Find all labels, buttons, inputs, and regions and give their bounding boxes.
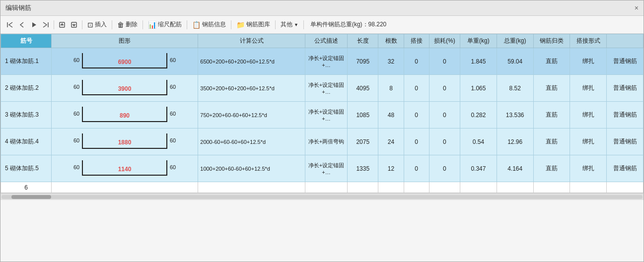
cell-rebar-id: 4 砌体加筋.4 xyxy=(1,129,52,155)
th-extra xyxy=(607,34,644,48)
cell-category: 直筋 xyxy=(533,102,570,129)
table-empty-row: 6 xyxy=(1,182,644,193)
cell-loss: 0 xyxy=(429,155,460,182)
table-row[interactable]: 2 砌体加筋.2603900603500+200+60+200+60+12.5*… xyxy=(1,75,644,102)
cell-splice: 绑扎 xyxy=(570,155,607,182)
info-icon: 📋 xyxy=(192,21,201,29)
empty-cell xyxy=(460,182,497,193)
empty-cell xyxy=(52,182,198,193)
close-button[interactable]: × xyxy=(635,4,639,12)
cell-category: 直筋 xyxy=(533,48,570,75)
cell-rebar-type: 普通钢筋 xyxy=(607,75,644,102)
cell-count: 24 xyxy=(378,129,404,155)
nav-prev-button[interactable] xyxy=(16,19,27,30)
cell-rebar-type: 普通钢筋 xyxy=(607,155,644,182)
nav-play-button[interactable] xyxy=(28,19,39,30)
move-up-button[interactable] xyxy=(57,19,68,30)
total-weight-label: 单构件钢筋总重(kg)：98.220 xyxy=(310,20,386,29)
table-header-row: 筋号 图形 计算公式 公式描述 长度 根数 搭接 损耗(%) 单重(kg) 总重… xyxy=(1,34,644,48)
cell-rebar-id: 1 砌体加筋.1 xyxy=(1,48,52,75)
library-button[interactable]: 📁 钢筋图库 xyxy=(234,19,273,30)
separator-5 xyxy=(187,20,187,29)
cell-shape: 60188060 xyxy=(52,129,198,155)
table-row[interactable]: 5 砌体加筋.5601140601000+200+60-60+60+12.5*d… xyxy=(1,155,644,182)
svg-text:60: 60 xyxy=(170,57,176,63)
cell-unit-weight: 0.282 xyxy=(460,102,497,129)
cell-rebar-id: 5 砌体加筋.5 xyxy=(1,155,52,182)
cell-formula: 2000-60+60-60+60+12.5*d xyxy=(198,129,305,155)
empty-cell xyxy=(607,182,644,193)
svg-text:60: 60 xyxy=(73,111,79,117)
cell-rebar-type: 普通钢筋 xyxy=(607,102,644,129)
main-window: 编辑钢筋 × xyxy=(0,0,644,262)
cell-total-weight: 59.04 xyxy=(497,48,533,75)
svg-marker-1 xyxy=(32,22,36,27)
table-row[interactable]: 1 砌体加筋.1606900606500+200+60+200+60+12.5*… xyxy=(1,48,644,75)
svg-text:60: 60 xyxy=(170,164,176,170)
cell-formula-desc: 净长+设定锚固+… xyxy=(305,75,347,102)
empty-cell xyxy=(570,182,607,193)
th-shape: 图形 xyxy=(52,34,198,48)
cell-unit-weight: 1.845 xyxy=(460,48,497,75)
cell-lap: 0 xyxy=(404,48,429,75)
scale-button[interactable]: 📊 缩尺配筋 xyxy=(145,19,184,30)
svg-text:60: 60 xyxy=(73,84,79,90)
empty-cell xyxy=(198,182,305,193)
insert-icon: ⊡ xyxy=(87,21,93,29)
cell-loss: 0 xyxy=(429,75,460,102)
separator-3 xyxy=(112,20,112,29)
th-splice-type: 搭接形式 xyxy=(570,34,607,48)
rebar-table-container: 筋号 图形 计算公式 公式描述 长度 根数 搭接 损耗(%) 单重(kg) 总重… xyxy=(0,34,644,193)
insert-button[interactable]: ⊡ 插入 xyxy=(85,19,109,30)
cell-formula: 1000+200+60-60+60+12.5*d xyxy=(198,155,305,182)
cell-shape: 6089060 xyxy=(52,102,198,129)
separator-6 xyxy=(231,20,231,29)
table-row[interactable]: 3 砌体加筋.36089060750+200+60-60+60+12.5*d净长… xyxy=(1,102,644,129)
scrollbar-thumb[interactable] xyxy=(11,195,51,199)
cell-loss: 0 xyxy=(429,129,460,155)
cell-splice: 绑扎 xyxy=(570,102,607,129)
th-total-weight: 总重(kg) xyxy=(497,34,533,48)
separator-1 xyxy=(54,20,54,29)
cell-count: 12 xyxy=(378,155,404,182)
cell-count: 8 xyxy=(378,75,404,102)
cell-formula: 6500+200+60+200+60+12.5*d xyxy=(198,48,305,75)
title-bar: 编辑钢筋 × xyxy=(0,0,644,16)
th-count: 根数 xyxy=(378,34,404,48)
cell-category: 直筋 xyxy=(533,75,570,102)
info-button[interactable]: 📋 钢筋信息 xyxy=(190,19,228,30)
cell-count: 32 xyxy=(378,48,404,75)
delete-button[interactable]: 🗑 删除 xyxy=(115,19,140,30)
cell-rebar-id: 3 砌体加筋.3 xyxy=(1,102,52,129)
th-length: 长度 xyxy=(348,34,378,48)
cell-shape: 60114060 xyxy=(52,155,198,182)
empty-cell xyxy=(497,182,533,193)
svg-text:6900: 6900 xyxy=(118,59,132,66)
cell-length: 4095 xyxy=(348,75,378,102)
empty-cell: 6 xyxy=(1,182,52,193)
svg-text:60: 60 xyxy=(73,164,79,170)
cell-loss: 0 xyxy=(429,48,460,75)
move-down-button[interactable] xyxy=(69,19,79,30)
cell-rebar-id: 2 砌体加筋.2 xyxy=(1,75,52,102)
library-icon: 📁 xyxy=(236,21,245,29)
cell-total-weight: 8.52 xyxy=(497,75,533,102)
th-category: 钢筋归类 xyxy=(533,34,570,48)
delete-icon: 🗑 xyxy=(117,21,124,29)
svg-text:1880: 1880 xyxy=(118,139,132,146)
cell-formula-desc: 净长+设定锚固+… xyxy=(305,155,347,182)
svg-text:60: 60 xyxy=(170,137,176,143)
table-row[interactable]: 4 砌体加筋.4601880602000-60+60-60+60+12.5*d净… xyxy=(1,129,644,155)
cell-loss: 0 xyxy=(429,102,460,129)
cell-splice: 绑扎 xyxy=(570,129,607,155)
svg-text:60: 60 xyxy=(73,57,79,63)
nav-first-button[interactable] xyxy=(4,19,15,30)
horizontal-scrollbar[interactable] xyxy=(0,193,644,200)
nav-last-button[interactable] xyxy=(40,19,51,30)
empty-cell xyxy=(404,182,429,193)
cell-splice: 绑扎 xyxy=(570,48,607,75)
th-formula-desc: 公式描述 xyxy=(305,34,347,48)
cell-formula-desc: 净长+设定锚固+… xyxy=(305,48,347,75)
other-button[interactable]: 其他 ▼ xyxy=(278,19,301,30)
cell-category: 直筋 xyxy=(533,129,570,155)
